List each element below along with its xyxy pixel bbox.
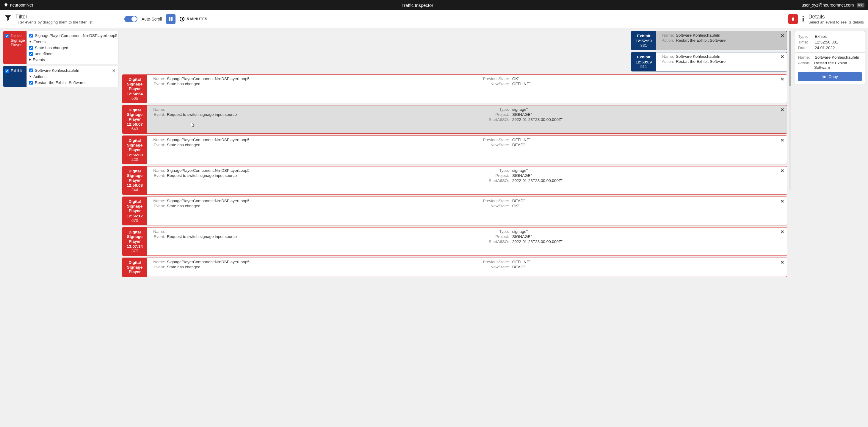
- event-card-dsp[interactable]: DigitalSignagePlayerName:SignagePlayerCo…: [122, 258, 787, 277]
- time-window[interactable]: 5 MINUTES: [180, 17, 207, 22]
- filter-item-checkbox[interactable]: [29, 34, 33, 37]
- field-value: Request to switch signage input source: [167, 112, 237, 117]
- close-icon[interactable]: ✕: [780, 77, 784, 82]
- home-icon: [4, 2, 8, 8]
- details-subtitle: Select an event to see its details: [808, 20, 864, 24]
- field-value: State has changed: [167, 143, 200, 147]
- field-value: State has changed: [167, 265, 200, 269]
- event-card-dsp[interactable]: DigitalSignagePlayer12:56:07 643Name:Eve…: [122, 105, 787, 134]
- filter-label: Digital Signage Player: [11, 34, 25, 47]
- field-value: "signage": [511, 168, 528, 173]
- language-switch[interactable]: A文: [857, 3, 864, 7]
- details-row: Type:Exhibit: [798, 34, 862, 39]
- toolbar: Filter Filter events by dragging them to…: [0, 10, 868, 28]
- filter-item-label: Events: [33, 39, 45, 44]
- field-value: "2022-01-23T23:00:00.000Z": [511, 117, 562, 122]
- event-card-exhibit[interactable]: Exhibit12:53:09 511Name:Software Kohlesc…: [631, 52, 787, 72]
- field-value: Request to switch signage input source: [167, 173, 237, 178]
- clock-icon: [180, 17, 184, 22]
- details-value: 24.01.2022: [815, 46, 835, 50]
- field-value: "SIGNAGE": [511, 234, 532, 239]
- field-key: Name:: [149, 199, 165, 203]
- details-row: Time:12:52:50 831: [798, 40, 862, 45]
- filter-enable-checkbox[interactable]: [5, 69, 9, 73]
- autoscroll-toggle[interactable]: [124, 16, 137, 22]
- trash-icon: [790, 17, 796, 22]
- details-value: 12:52:50 831: [815, 40, 838, 45]
- event-card-dsp[interactable]: DigitalSignagePlayer12:56:08 244Name:Sig…: [122, 166, 787, 195]
- field-value: State has changed: [167, 204, 200, 208]
- filter-item-label: Restart the Exhibit Software: [35, 80, 85, 85]
- filter-enable-checkbox[interactable]: [5, 34, 9, 38]
- field-key: Type:: [480, 168, 509, 173]
- chevron-right-icon: [29, 58, 31, 61]
- field-value: "signage": [511, 107, 528, 112]
- filter-box[interactable]: Digital Signage PlayerSignagePlayerCompo…: [3, 31, 118, 64]
- close-icon[interactable]: ✕: [780, 229, 784, 235]
- copy-button[interactable]: Copy: [798, 72, 862, 81]
- filter-item-checkbox[interactable]: [29, 81, 33, 85]
- close-icon[interactable]: ✕: [780, 168, 784, 174]
- field-value: State has changed: [167, 82, 200, 86]
- field-value: "SIGNAGE": [511, 173, 532, 178]
- details-key: Date:: [798, 46, 812, 50]
- chevron-down-icon: [29, 76, 32, 78]
- details-value: Exhibit: [815, 34, 827, 39]
- filter-row[interactable]: Actions: [29, 74, 116, 80]
- field-key: Type:: [480, 229, 509, 234]
- filter-row[interactable]: SignagePlayerComponent:NrnDSPlayerLoop5✕: [29, 32, 118, 39]
- filter-item-label: SignagePlayerComponent:NrnDSPlayerLoop5: [35, 33, 118, 38]
- details-row: Date:24.01.2022: [798, 46, 862, 50]
- filter-row[interactable]: Software Kohleschaufeln✕: [29, 67, 116, 74]
- remove-filter-icon[interactable]: ✕: [112, 68, 116, 73]
- field-key: NewState:: [480, 204, 509, 208]
- filter-subtitle: Filter events by dragging them to the fi…: [16, 20, 93, 24]
- close-icon[interactable]: ✕: [780, 107, 784, 113]
- filter-item-checkbox[interactable]: [29, 52, 33, 56]
- filter-box[interactable]: ExhibitSoftware Kohleschaufeln✕ActionsRe…: [3, 66, 118, 87]
- field-key: Event:: [149, 112, 165, 117]
- filter-item-checkbox[interactable]: [29, 46, 33, 50]
- filter-row[interactable]: State has changed: [29, 45, 118, 51]
- field-key: NewState:: [480, 82, 509, 86]
- filter-row[interactable]: Restart the Exhibit Software: [29, 80, 116, 85]
- events-column: Exhibit12:52:50 831Name:Software Kohlesc…: [122, 31, 791, 277]
- field-key: Name:: [658, 54, 674, 59]
- clear-button[interactable]: [788, 14, 798, 24]
- close-icon[interactable]: ✕: [780, 33, 784, 38]
- details-key: Action:: [798, 61, 812, 70]
- close-icon[interactable]: ✕: [780, 199, 784, 204]
- close-icon[interactable]: ✕: [780, 260, 784, 265]
- close-icon[interactable]: ✕: [780, 138, 784, 143]
- details-row: Name:Software Kohleschaufeln: [798, 55, 862, 60]
- field-key: Action:: [658, 38, 674, 42]
- brand[interactable]: neuroomNet: [4, 2, 33, 8]
- pause-button[interactable]: [166, 14, 176, 24]
- filter-item-checkbox[interactable]: [29, 68, 33, 73]
- filter-row[interactable]: Events: [29, 57, 118, 62]
- close-icon[interactable]: ✕: [780, 54, 784, 60]
- event-card-dsp[interactable]: DigitalSignagePlayer12:56:12 670Name:Sig…: [122, 197, 787, 225]
- event-card-exhibit[interactable]: Exhibit12:52:50 831Name:Software Kohlesc…: [631, 31, 787, 50]
- event-card-dsp[interactable]: DigitalSignagePlayer12:54:54 505Name:Sig…: [122, 75, 787, 103]
- field-key: Name:: [149, 77, 165, 81]
- field-value: Software Kohleschaufeln: [676, 54, 720, 59]
- field-key: Name:: [149, 260, 165, 264]
- filter-row[interactable]: Events: [29, 39, 118, 45]
- divider: [795, 52, 865, 53]
- copy-icon: [822, 74, 827, 79]
- field-key: Name:: [149, 229, 165, 234]
- scrollbar-thumb[interactable]: [789, 31, 791, 86]
- filter-item-label: undefined: [35, 52, 52, 56]
- field-key: Name:: [149, 168, 165, 173]
- event-card-dsp[interactable]: DigitalSignagePlayer12:56:08 220Name:Sig…: [122, 136, 787, 164]
- page-title: Traffic Inspector: [33, 3, 802, 8]
- filter-row[interactable]: undefined: [29, 51, 118, 57]
- event-card-dsp[interactable]: DigitalSignagePlayer13:07:34 377Name:Eve…: [122, 227, 787, 256]
- filter-label: Exhibit: [11, 68, 22, 73]
- details-key: Time:: [798, 40, 812, 45]
- user-email[interactable]: user_xyz@neuroomnet.com: [802, 3, 854, 7]
- app-header: neuroomNet Traffic Inspector user_xyz@ne…: [0, 0, 868, 10]
- filter-list: Digital Signage PlayerSignagePlayerCompo…: [3, 31, 118, 277]
- field-value: "2022-01-23T23:00:00.000Z": [511, 178, 562, 183]
